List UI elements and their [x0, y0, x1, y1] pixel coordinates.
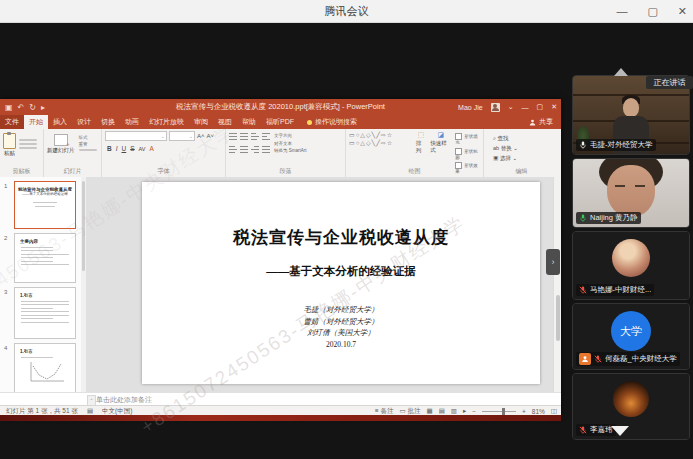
select-button[interactable]: ▣ 选择 ⌄ [493, 155, 557, 162]
layout-button[interactable]: 版式 [79, 135, 97, 140]
paste-label: 粘贴 [4, 150, 15, 157]
editing-group-label: 编辑 [484, 167, 559, 176]
user-avatar[interactable] [491, 103, 500, 112]
thumb-number: 2 [4, 235, 7, 241]
fill-swatch-icon [455, 133, 462, 140]
tab-file[interactable]: 文件 [0, 115, 24, 129]
slide-thumbnail-2[interactable]: 主要内容 [14, 233, 76, 283]
slide-date: 2020.10.7 [142, 339, 540, 351]
slide-thumbnail-4[interactable]: 1.引言 [14, 343, 76, 392]
tab-view[interactable]: 视图 [213, 115, 237, 129]
thumb-title: 1.引言 [20, 349, 75, 354]
view-normal-icon[interactable]: ▦ [427, 407, 433, 415]
author-line: 毛捷（对外经贸大学） [142, 304, 540, 316]
tab-transitions[interactable]: 切换 [96, 115, 120, 129]
new-slide-button[interactable]: 新建幻灯片 [47, 131, 75, 154]
grow-font-icon[interactable]: A˄ [197, 133, 205, 139]
zoom-out-icon[interactable]: − [472, 408, 476, 415]
tab-home[interactable]: 开始 [24, 115, 48, 129]
paste-button[interactable]: 粘贴 [3, 131, 16, 157]
ribbon-group-slides: 新建幻灯片 版式 重置 幻灯片 [44, 129, 102, 177]
slides-group-label: 幻灯片 [44, 167, 101, 176]
align-text-button[interactable]: 对齐文本 [274, 141, 307, 146]
alignment-buttons[interactable] [229, 145, 270, 154]
replace-button[interactable]: ab 替换 ⌄ [493, 145, 557, 152]
shrink-font-icon[interactable]: A˅ [207, 133, 215, 139]
font-color-icon[interactable]: A [150, 145, 154, 152]
mic-muted-icon [579, 286, 587, 294]
char-spacing-icon[interactable]: AV [139, 146, 146, 152]
sidebar-collapse-handle[interactable]: › [546, 249, 560, 275]
participant-tile-mayanna[interactable]: 马艳娜-中财财经... [572, 231, 690, 300]
tab-review[interactable]: 审阅 [189, 115, 213, 129]
zoom-in-icon[interactable]: + [522, 408, 526, 415]
thumb-number: 3 [4, 289, 7, 295]
meeting-titlebar: 腾讯会议 — ▢ ✕ [0, 0, 693, 23]
tell-me-search[interactable]: 操作说明搜索 [307, 115, 357, 129]
font-size-select[interactable]: ⌄ [169, 131, 195, 141]
window-controls: — ▢ ✕ [616, 0, 687, 22]
ribbon-options-icon[interactable]: ⌄ [508, 103, 514, 111]
strikethrough-button[interactable]: S [130, 145, 134, 152]
tab-animations[interactable]: 动画 [120, 115, 144, 129]
view-slideshow-icon[interactable]: ▸ [463, 407, 466, 415]
font-name-select[interactable]: ⌄ [105, 131, 167, 141]
close-icon[interactable]: ✕ [678, 0, 687, 22]
minimize-icon[interactable]: — [616, 0, 627, 22]
mic-muted-icon [579, 426, 587, 434]
share-button[interactable]: 共享 [529, 115, 561, 129]
slide-title: 税法宣传与企业税收遵从度 [142, 226, 540, 249]
participant-tile-heleilei[interactable]: 大学 何磊磊_中央财经大学 [572, 303, 690, 370]
ppt-close-icon[interactable]: ✕ [551, 103, 557, 111]
tab-insert[interactable]: 插入 [48, 115, 72, 129]
shape-glyphs: ▭○△◇╲╱⇨☆ [349, 132, 393, 138]
participant-tile-huangnaijing[interactable]: Naijing 黄乃静 [572, 158, 690, 228]
ppt-minimize-icon[interactable]: — [522, 104, 529, 111]
find-button[interactable]: ⌕ 查找 [493, 135, 557, 142]
slide-canvas-area: 税法宣传与企业税收遵从度 ——基于文本分析的经验证据 毛捷（对外经贸大学） 曹婧… [86, 177, 561, 392]
ribbon-group-clipboard: 粘贴 剪贴板 [0, 129, 44, 177]
tab-design[interactable]: 设计 [72, 115, 96, 129]
participant-tile-lijiawei[interactable]: 李嘉玮 [572, 373, 690, 440]
view-sorter-icon[interactable]: ▤ [439, 407, 445, 415]
person-icon [529, 119, 536, 126]
ribbon-group-paragraph: 文字方向 对齐文本 转换为 SmartArt 段落 [226, 129, 346, 177]
participant-label: Naijing 黄乃静 [576, 212, 641, 224]
italic-button[interactable]: I [116, 145, 118, 152]
fit-slide-icon[interactable]: ◫ [551, 407, 557, 415]
scroll-up-icon[interactable] [614, 68, 628, 76]
presenter-taskbar-strip [0, 415, 561, 421]
list-buttons[interactable] [229, 132, 270, 141]
shape-fill-button[interactable]: 形状填充 [455, 133, 481, 145]
participant-label: 马艳娜-中财财经... [576, 284, 654, 296]
maximize-icon[interactable]: ▢ [647, 0, 657, 22]
slide-scrollbar[interactable] [553, 177, 561, 392]
bold-button[interactable]: B [107, 145, 112, 152]
view-reading-icon[interactable]: ▥ [451, 407, 457, 415]
ppt-titlebar-right: Mao Jie ⌄ — ▢ ✕ [458, 99, 557, 115]
mic-on-icon [579, 141, 587, 149]
reset-button[interactable]: 重置 [79, 142, 97, 147]
tab-foxit-pdf[interactable]: 福昕PDF [261, 115, 299, 129]
clipboard-group-label: 剪贴板 [0, 167, 43, 176]
zoom-slider[interactable] [482, 411, 516, 412]
smartart-button[interactable]: 转换为 SmartArt [274, 148, 307, 153]
text-direction-button[interactable]: 文字方向 [274, 133, 307, 138]
clipboard-small-buttons[interactable] [19, 131, 37, 157]
notes-pane[interactable]: ⌃ 单击此处添加备注 [0, 392, 561, 406]
ppt-workspace: 1 税法宣传与企业税收遵从度 ——基于文本分析的经验证据 2 主要内容 3 [0, 177, 561, 392]
tab-slideshow[interactable]: 幻灯片放映 [144, 115, 189, 129]
ppt-restore-icon[interactable]: ▢ [537, 103, 544, 111]
slide-thumbnail-3[interactable]: 1.引言 [14, 287, 76, 339]
zoom-level[interactable]: 81% [532, 408, 545, 415]
spellcheck-icon[interactable]: ▤ [87, 407, 93, 415]
tab-help[interactable]: 帮助 [237, 115, 261, 129]
tencent-meeting-window: 腾讯会议 — ▢ ✕ ▣ ↶ ↻ ▸ 税法宣传与企业税收遵从度 202010.p… [0, 0, 693, 459]
scroll-down-icon[interactable] [611, 426, 629, 436]
shape-outline-button[interactable]: 形状轮廓 [455, 148, 481, 160]
quick-styles-icon: ◪ [437, 131, 444, 139]
slide-thumbnail-1[interactable]: 税法宣传与企业税收遵从度 ——基于文本分析的经验证据 [14, 181, 76, 229]
slide-canvas[interactable]: 税法宣传与企业税收遵从度 ——基于文本分析的经验证据 毛捷（对外经贸大学） 曹婧… [142, 182, 540, 384]
underline-button[interactable]: U [122, 145, 127, 152]
thumb-title: 1.引言 [20, 293, 75, 298]
